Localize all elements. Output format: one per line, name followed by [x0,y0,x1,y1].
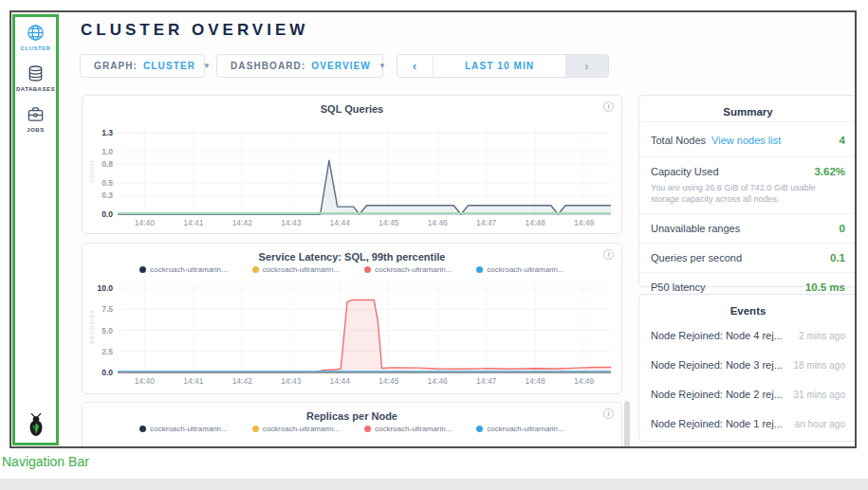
event-time: 31 mins ago [794,390,845,400]
info-icon[interactable]: i [603,249,614,260]
summary-value: 10.5 ms [805,281,845,293]
event-row: Node Rejoined: Node 4 rej... 2 mins ago [639,320,857,350]
svg-text:14:41: 14:41 [183,376,204,386]
summary-label: Queries per second [651,252,742,263]
vertical-scrollbar-thumb[interactable] [624,401,630,448]
svg-text:14:49: 14:49 [574,218,595,227]
legend-item: cockroach-ultramarin... [364,265,452,274]
event-text: Node Rejoined: Node 4 rej... [651,330,783,341]
sidebar-item-label: CLUSTER [21,45,51,51]
databases-icon [27,64,45,82]
graph-dropdown-label: GRAPH: [94,61,138,71]
legend-dot-icon [139,426,146,432]
svg-text:14:44: 14:44 [330,218,351,227]
summary-row-qps: Queries per second 0.1 [639,243,857,272]
svg-text:7.5: 7.5 [102,304,113,314]
svg-text:10.0: 10.0 [97,283,113,293]
svg-text:0.0: 0.0 [102,368,113,377]
svg-text:14:41: 14:41 [183,218,204,227]
svg-text:2.5: 2.5 [102,347,113,356]
capacity-note: You are using 26.8 GiB of 742.0 GiB usab… [639,182,857,213]
chart-title: Service Latency: SQL, 99th percentile [83,244,621,263]
time-prev-button[interactable]: ‹ [397,55,434,77]
chart-legend: cockroach-ultramarin...cockroach-ultrama… [83,425,621,433]
svg-text:14:46: 14:46 [428,218,449,227]
graph-dropdown[interactable]: GRAPH: CLUSTER ▼ [80,54,205,78]
svg-text:count: count [87,159,96,183]
time-next-button[interactable]: › [565,55,608,77]
event-text: Node Rejoined: Node 2 rej... [651,389,783,400]
legend-dot-icon [476,266,483,273]
screenshot-canvas: CLUSTER DATABASES [0,0,868,490]
sidebar-item-databases[interactable]: DATABASES [16,64,55,92]
dashboard-dropdown[interactable]: DASHBOARD: OVERVIEW ▼ [216,54,383,78]
summary-label: Total Nodes [651,135,706,146]
legend-dot-icon [364,266,371,273]
svg-text:400: 400 [100,445,113,448]
svg-text:14:47: 14:47 [476,376,497,386]
graph-dropdown-value: CLUSTER [143,61,195,71]
service-latency-panel: Service Latency: SQL, 99th percentile i … [82,243,622,394]
event-row: Node Rejoined: Node 2 rej... 31 mins ago [639,379,857,408]
chart-title: SQL Queries [83,96,621,115]
svg-text:14:45: 14:45 [379,376,399,386]
svg-text:14:47: 14:47 [476,218,497,227]
event-row: Node Rejoined: Node 3 rej... 18 mins ago [639,350,857,379]
summary-value: 0 [840,223,845,234]
chevron-down-icon: ▼ [203,62,212,70]
cluster-globe-icon [27,24,45,42]
summary-value: 4 [840,135,845,146]
svg-text:14:48: 14:48 [526,218,546,227]
svg-text:14:42: 14:42 [232,376,253,386]
annotation-highlight-box: CLUSTER DATABASES [12,14,59,445]
svg-text:1.0: 1.0 [102,147,113,156]
legend-dot-icon [139,266,146,273]
svg-text:0.5: 0.5 [102,178,113,188]
event-row: Node Rejoined: Node 4 rej... an hour ago [639,438,857,448]
svg-text:14:42: 14:42 [232,218,253,227]
view-nodes-list-link[interactable]: View nodes list [711,135,781,146]
service-latency-chart: 0.02.55.07.510.014:4014:4114:4214:4314:4… [87,276,617,388]
dashboard-dropdown-label: DASHBOARD: [231,61,305,71]
jobs-briefcase-icon [27,105,45,123]
sidebar-item-label: JOBS [27,127,44,133]
summary-value: 0.1 [830,252,845,263]
summary-value: 3.62% [814,166,845,177]
svg-text:0.8: 0.8 [102,159,113,169]
info-icon[interactable]: i [603,101,614,112]
sidebar-item-jobs[interactable]: JOBS [27,105,45,133]
legend-item: cockroach-ultramarin... [476,425,563,433]
svg-text:14:46: 14:46 [428,376,449,386]
event-text: Node Rejoined: Node 3 rej... [651,359,783,371]
annotation-caption: Navigation Bar [2,454,89,469]
chart-legend: cockroach-ultramarin...cockroach-ultrama… [83,265,621,274]
sidebar-item-label: DATABASES [16,86,55,92]
legend-item: cockroach-ultramarin... [476,265,563,274]
svg-text:5.0: 5.0 [102,326,113,336]
bottom-strip [0,479,868,490]
legend-item: cockroach-ultramarin... [252,425,340,433]
svg-text:14:43: 14:43 [281,218,302,227]
legend-dot-icon [252,266,259,273]
sidebar-item-cluster[interactable]: CLUSTER [21,24,51,51]
svg-text:14:44: 14:44 [330,376,351,386]
info-icon[interactable]: i [603,408,614,419]
svg-text:seconds: seconds [87,310,96,345]
page-title: CLUSTER OVERVIEW [81,21,308,40]
svg-text:14:43: 14:43 [281,376,302,386]
summary-label: P50 latency [651,281,705,293]
summary-label: Capacity Used [651,166,719,177]
legend-item: cockroach-ultramarin... [139,425,227,433]
summary-title: Summary [639,96,857,121]
legend-dot-icon [252,426,259,432]
legend-item: cockroach-ultramarin... [364,425,452,433]
svg-text:14:49: 14:49 [574,376,595,386]
svg-text:14:48: 14:48 [526,376,546,386]
replicas-per-node-panel: Replicas per Node i cockroach-ultramarin… [82,402,622,448]
event-time: an hour ago [795,419,845,429]
cockroachdb-logo-icon [26,412,46,437]
svg-text:0.3: 0.3 [102,191,113,200]
events-title: Events [639,295,857,320]
sql-queries-chart: 0.00.30.50.81.01.314:4014:4114:4214:4314… [87,117,617,229]
time-range-value[interactable]: LAST 10 MIN [434,61,565,71]
